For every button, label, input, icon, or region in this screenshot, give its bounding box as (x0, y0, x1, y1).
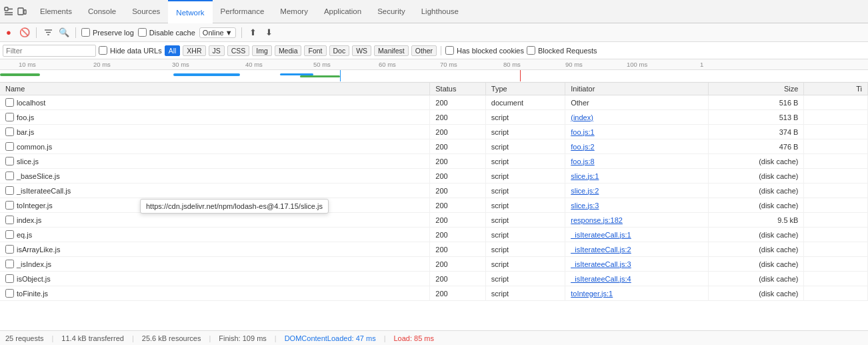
cell-initiator[interactable]: foo.js:2 (565, 139, 709, 154)
initiator-link[interactable]: foo.js:1 (571, 128, 594, 136)
cell-name[interactable]: _isIndex.js (0, 257, 430, 272)
table-row[interactable]: _isIterateeCall.js200scriptslice.js:2(di… (0, 184, 868, 198)
cell-initiator[interactable]: slice.js:2 (565, 184, 709, 198)
cell-initiator[interactable]: foo.js:8 (565, 154, 709, 169)
tab-sources[interactable]: Sources (124, 0, 168, 23)
initiator-link[interactable]: _isIterateeCall.js:3 (571, 260, 631, 268)
cell-name[interactable]: bar.js (0, 125, 430, 139)
row-checkbox[interactable] (5, 201, 14, 210)
preserve-log-label[interactable]: Preserve log (81, 28, 134, 37)
throttle-select[interactable]: Online ▼ (199, 27, 236, 38)
has-blocked-checkbox[interactable] (445, 46, 454, 55)
disable-cache-checkbox[interactable] (138, 28, 147, 37)
download-icon[interactable]: ⬇ (263, 27, 275, 39)
row-checkbox[interactable] (5, 113, 14, 121)
cell-name[interactable]: _isIterateeCall.js (0, 184, 430, 198)
cell-name[interactable]: isArrayLike.js (0, 242, 430, 257)
filter-input[interactable] (3, 45, 96, 57)
initiator-link[interactable]: foo.js:2 (571, 143, 594, 151)
has-blocked-label[interactable]: Has blocked cookies (445, 46, 524, 55)
tab-console[interactable]: Console (80, 0, 124, 23)
col-header-status[interactable]: Status (430, 83, 486, 95)
filter-img-btn[interactable]: Img (252, 45, 272, 56)
initiator-link[interactable]: _isIterateeCall.js:2 (571, 246, 631, 254)
row-checkbox[interactable] (5, 171, 14, 180)
device-icon[interactable] (16, 5, 28, 17)
col-header-name[interactable]: Name (0, 83, 430, 95)
row-checkbox[interactable] (5, 216, 14, 224)
record-icon[interactable]: ● (3, 27, 15, 39)
search-icon[interactable]: 🔍 (58, 27, 70, 39)
preserve-log-checkbox[interactable] (81, 28, 90, 37)
initiator-link[interactable]: foo.js:8 (571, 157, 594, 165)
cell-initiator[interactable]: _isIterateeCall.js:3 (565, 257, 709, 272)
col-header-type[interactable]: Type (485, 83, 565, 95)
table-row[interactable]: foo.js200script(index)513 B (0, 110, 868, 125)
initiator-link[interactable]: slice.js:1 (571, 172, 599, 180)
table-row[interactable]: slice.js200scriptfoo.js:8(disk cache) (0, 154, 868, 169)
table-row[interactable]: index.js200scriptresponse.js:1829.5 kB (0, 213, 868, 228)
row-checkbox[interactable] (5, 260, 14, 268)
tab-lighthouse[interactable]: Lighthouse (413, 0, 467, 23)
cell-name[interactable]: index.js (0, 213, 430, 228)
initiator-link[interactable]: _isIterateeCall.js:4 (571, 275, 631, 283)
cell-initiator[interactable]: _isIterateeCall.js:4 (565, 272, 709, 286)
tab-performance[interactable]: Performance (213, 0, 273, 23)
cell-initiator[interactable]: _isIterateeCall.js:2 (565, 242, 709, 257)
upload-icon[interactable]: ⬆ (247, 27, 259, 39)
table-row[interactable]: eq.js200script_isIterateeCall.js:1(disk … (0, 228, 868, 242)
initiator-link[interactable]: response.js:182 (571, 216, 623, 224)
initiator-link[interactable]: toInteger.js:1 (571, 290, 613, 298)
filter-css-btn[interactable]: CSS (227, 45, 250, 56)
row-checkbox[interactable] (5, 127, 14, 136)
cell-initiator[interactable]: (index) (565, 110, 709, 125)
initiator-link[interactable]: slice.js:2 (571, 187, 599, 195)
inspect-icon[interactable] (3, 5, 15, 17)
blocked-requests-label[interactable]: Blocked Requests (527, 46, 597, 55)
filter-ws-btn[interactable]: WS (352, 45, 371, 56)
initiator-link[interactable]: slice.js:3 (571, 202, 599, 210)
tab-elements[interactable]: Elements (32, 0, 80, 23)
filter-manifest-btn[interactable]: Manifest (374, 45, 409, 56)
cell-name[interactable]: isObject.js (0, 272, 430, 286)
tab-application[interactable]: Application (316, 0, 369, 23)
cell-name[interactable]: common.js (0, 139, 430, 154)
table-row[interactable]: isObject.js200script_isIterateeCall.js:4… (0, 272, 868, 286)
initiator-link[interactable]: (index) (571, 113, 593, 121)
tab-memory[interactable]: Memory (272, 0, 316, 23)
table-row[interactable]: toInteger.js200scriptslice.js:3(disk cac… (0, 198, 868, 213)
cell-name[interactable]: foo.js (0, 110, 430, 125)
col-header-initiator[interactable]: Initiator (565, 83, 709, 95)
table-row[interactable]: toFinite.js200scripttoInteger.js:1(disk … (0, 286, 868, 301)
filter-all-btn[interactable]: All (165, 45, 181, 56)
filter-xhr-btn[interactable]: XHR (183, 45, 205, 56)
col-header-time[interactable]: Ti (804, 83, 868, 95)
row-checkbox[interactable] (5, 142, 14, 151)
initiator-link[interactable]: _isIterateeCall.js:1 (571, 231, 631, 239)
disable-cache-label[interactable]: Disable cache (138, 28, 195, 37)
table-row[interactable]: localhost200documentOther516 B (0, 95, 868, 110)
row-checkbox[interactable] (5, 157, 14, 165)
cell-name[interactable]: _baseSlice.js (0, 169, 430, 184)
filter-doc-btn[interactable]: Doc (329, 45, 350, 56)
row-checkbox[interactable] (5, 98, 14, 107)
row-checkbox[interactable] (5, 274, 14, 283)
row-checkbox[interactable] (5, 289, 14, 298)
table-row[interactable]: common.js200scriptfoo.js:2476 B (0, 139, 868, 154)
tab-security[interactable]: Security (369, 0, 413, 23)
row-checkbox[interactable] (5, 186, 14, 195)
cell-name[interactable]: eq.js (0, 228, 430, 242)
table-row[interactable]: isArrayLike.js200script_isIterateeCall.j… (0, 242, 868, 257)
table-row[interactable]: bar.js200scriptfoo.js:1374 B (0, 125, 868, 139)
hide-data-urls-checkbox[interactable] (99, 46, 107, 55)
cell-initiator[interactable]: slice.js:3 (565, 198, 709, 213)
cell-name[interactable]: toFinite.js (0, 286, 430, 301)
col-header-size[interactable]: Size (709, 83, 804, 95)
row-checkbox[interactable] (5, 245, 14, 254)
table-row[interactable]: _baseSlice.js200scriptslice.js:1(disk ca… (0, 169, 868, 184)
hide-data-urls-label[interactable]: Hide data URLs (99, 46, 162, 55)
cell-initiator[interactable]: toInteger.js:1 (565, 286, 709, 301)
filter-icon[interactable] (42, 27, 54, 39)
row-checkbox[interactable] (5, 230, 14, 239)
cell-name[interactable]: localhost (0, 95, 430, 110)
